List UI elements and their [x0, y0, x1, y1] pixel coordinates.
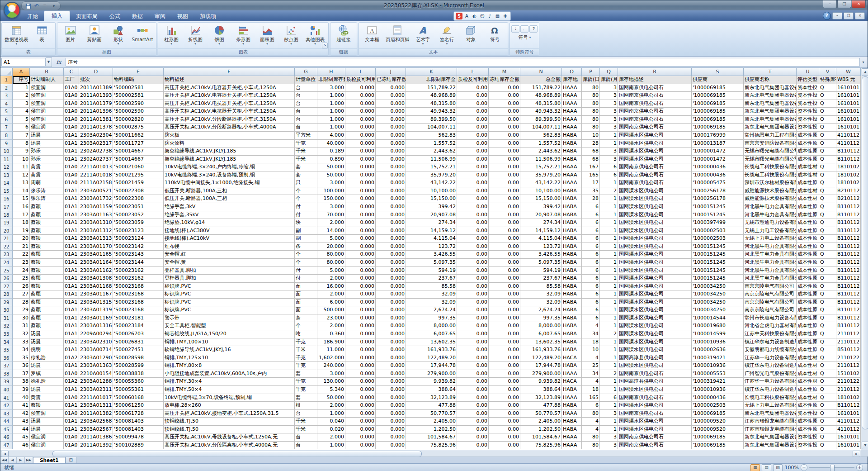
cell-W38[interactable]: 1510102 — [836, 370, 861, 378]
cell-M13[interactable]: 0.00 — [489, 171, 520, 180]
cell-S47[interactable]: '1000069185 — [692, 442, 744, 450]
cell-C25[interactable]: 01A1 — [64, 267, 79, 275]
cell-T42[interactable]: 无锡上力电工设备有限公司 — [744, 402, 797, 410]
cell-C37[interactable]: 01A1 — [64, 362, 79, 370]
cell-Q14[interactable]: 1 — [600, 179, 618, 187]
cell-O38[interactable]: HAAA — [562, 370, 582, 378]
cell-V29[interactable]: Q — [819, 299, 836, 307]
page-layout-view-icon[interactable]: ▤ — [762, 464, 771, 471]
row-header-24[interactable]: 24 — [0, 259, 13, 267]
cell-M28[interactable]: 0.00 — [489, 290, 520, 299]
cell-U15[interactable]: 成本性材 — [797, 187, 819, 195]
cell-P29[interactable]: 6 — [582, 299, 600, 307]
column-header-M[interactable]: M — [489, 68, 520, 76]
cell-V44[interactable]: Q — [819, 418, 836, 426]
cell-T40[interactable]: 镇江华东电力设备制造厂 — [744, 386, 797, 394]
cell-W10[interactable]: B110112 — [836, 147, 861, 156]
cell-D21[interactable]: 2303A01313 — [79, 235, 113, 243]
cell-E21[interactable]: '500023124 — [113, 235, 164, 243]
cell-N35[interactable]: 161,933.76 — [520, 346, 562, 354]
cell-U41[interactable]: 成本性材 — [797, 394, 819, 402]
cell-V19[interactable]: Q — [819, 219, 836, 227]
cell-D2[interactable]: 2011A01389 — [79, 84, 113, 92]
cell-K39[interactable]: 9,939.82 — [406, 378, 457, 386]
cell-C18[interactable]: 01A1 — [64, 211, 79, 219]
cell-P40[interactable]: 18 — [582, 386, 600, 394]
cell-D31[interactable]: 2303A01169 — [79, 314, 113, 323]
cell-H34[interactable]: 186.900 — [317, 338, 345, 347]
cell-O26[interactable]: HABA — [562, 275, 582, 283]
cell-B29[interactable]: 蔡颖 — [30, 299, 64, 307]
cell-G40[interactable]: 千克 — [295, 386, 317, 394]
cell-E26[interactable]: '500023162 — [113, 275, 164, 283]
cell-U17[interactable]: 成本性原 — [797, 203, 819, 211]
normal-view-icon[interactable]: ▦ — [750, 464, 760, 471]
help-icon[interactable]: ? — [823, 12, 831, 20]
cell-A40[interactable]: 39 — [13, 386, 30, 394]
cell-T24[interactable]: 河北黑牛电力金具有限公司 — [744, 259, 797, 267]
cell-I14[interactable]: 0.000 — [345, 179, 376, 187]
cell-N38[interactable]: 279,900.00 — [520, 370, 562, 378]
cell-Q5[interactable]: 3 — [600, 108, 618, 116]
row-header-19[interactable]: 19 — [0, 219, 13, 227]
cell-G25[interactable]: 付 — [295, 267, 317, 275]
ime-logo-icon[interactable]: S — [456, 13, 462, 19]
cell-M36[interactable]: 0.00 — [489, 354, 520, 362]
cell-F6[interactable]: 高压开关柜,AC10kV,分段断路器柜,小车式,3150A — [164, 116, 295, 124]
cell-E14[interactable]: '500021459 — [113, 179, 164, 187]
cell-H9[interactable]: 40.000 — [317, 140, 345, 148]
cell-C9[interactable]: 01A1 — [64, 140, 79, 148]
cell-P24[interactable]: 6 — [582, 259, 600, 267]
cell-F23[interactable]: 安全帽,红 — [164, 251, 295, 259]
first-sheet-icon[interactable]: ◀◀ — [0, 457, 9, 463]
cell-A42[interactable]: 41 — [13, 402, 30, 410]
cell-F35[interactable]: 软铜绝缘导线,AC1kV,JKYJ,16 — [164, 346, 295, 354]
cell-O5[interactable]: HAAA — [562, 108, 582, 116]
cell-U47[interactable]: 资本性投 — [797, 442, 819, 450]
cell-N30[interactable]: 2,674.24 — [520, 306, 562, 314]
cell-B19[interactable]: 蔡颖 — [30, 219, 64, 227]
cell-E34[interactable]: '500026831 — [113, 338, 164, 347]
cell-I39[interactable]: 0.000 — [345, 378, 376, 386]
cell-G34[interactable]: 千克 — [295, 338, 317, 347]
cell-B35[interactable]: 倪明 — [30, 346, 64, 354]
cell-B31[interactable]: 蔡颖 — [30, 314, 64, 323]
cell-I31[interactable]: 0.000 — [345, 314, 376, 323]
cell-E18[interactable]: '500023052 — [113, 211, 164, 219]
cell-U27[interactable]: 成本性原 — [797, 283, 819, 291]
cell-J2[interactable]: 0.000 — [376, 84, 406, 92]
cell-W43[interactable]: 1610101 — [836, 410, 861, 418]
row-header-43[interactable]: 43 — [0, 410, 13, 418]
cell-W26[interactable]: B110112 — [836, 275, 861, 283]
cell-V26[interactable]: Q — [819, 275, 836, 283]
cell-C28[interactable]: 01A1 — [64, 290, 79, 299]
cell-D7[interactable]: 2011A01378 — [79, 124, 113, 132]
cell-B20[interactable]: 蔡颖 — [30, 227, 64, 235]
cell-S43[interactable]: '1000069185 — [692, 410, 744, 418]
cell-G13[interactable]: 套 — [295, 171, 317, 180]
redo-icon[interactable]: ↷ — [42, 3, 49, 10]
cell-C42[interactable]: 01A1 — [64, 402, 79, 410]
ime-toolbox-icon[interactable]: ✚ — [502, 13, 509, 19]
cell-W27[interactable]: B110112 — [836, 283, 861, 291]
cell-I21[interactable]: 0.000 — [345, 235, 376, 243]
cell-N19[interactable]: 274.34 — [520, 219, 562, 227]
cell-B25[interactable]: 蔡颖 — [30, 267, 64, 275]
cell-R22[interactable]: 国网溧水区供电公司 — [618, 243, 692, 251]
cell-K8[interactable]: 562.83 — [406, 132, 457, 140]
cell-F10[interactable]: 架空绝缘导线,AC1kV,JKLYJ,185 — [164, 147, 295, 156]
cell-U40[interactable]: 成本性原 — [797, 386, 819, 394]
cell-M44[interactable]: 0.00 — [489, 418, 520, 426]
cell-W8[interactable]: 4110112 — [836, 132, 861, 140]
cell-H4[interactable]: 1.000 — [317, 100, 345, 108]
smartart-button[interactable]: SmartArt — [131, 24, 155, 48]
cell-W47[interactable]: 1610101 — [836, 442, 861, 450]
cell-T36[interactable]: 江苏华一电力设备有限公司 — [744, 354, 797, 362]
cell-J9[interactable]: 0.000 — [376, 140, 406, 148]
row-header-39[interactable]: 39 — [0, 378, 13, 386]
cell-P6[interactable]: 80 — [582, 116, 600, 124]
cell-A13[interactable]: 12 — [13, 171, 30, 180]
cell-N26[interactable]: 237.67 — [520, 275, 562, 283]
cell-T16[interactable]: 威胜能源技术股份有限公司 — [744, 195, 797, 203]
cell-G37[interactable]: 千克 — [295, 362, 317, 370]
